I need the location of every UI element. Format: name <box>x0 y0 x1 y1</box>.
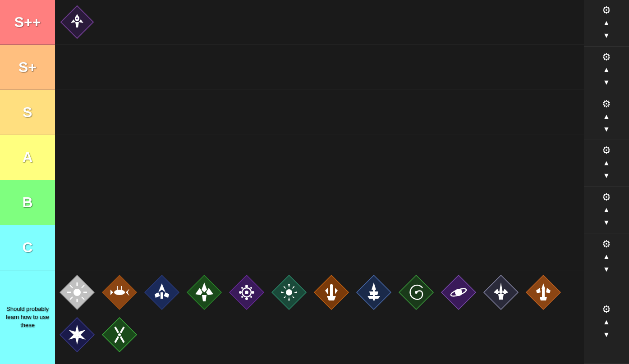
gear-button-b[interactable]: ⚙ <box>598 191 615 204</box>
down-button-sp[interactable]: ▼ <box>598 76 615 89</box>
svg-marker-64 <box>367 296 380 299</box>
svg-point-44 <box>250 296 252 298</box>
row-ctrl-c: ⚙ ▲ ▼ <box>584 233 629 280</box>
up-button-spp[interactable]: ▲ <box>598 17 615 29</box>
svg-point-43 <box>241 296 243 298</box>
row-ctrl-unranked: ⚙ ▲ ▼ <box>584 280 629 364</box>
controls-column: ⚙ ▲ ▼ ⚙ ▲ ▼ ⚙ ▲ ▼ ⚙ ▲ <box>584 0 629 364</box>
tier-label-sp: S+ <box>0 45 55 90</box>
svg-point-19 <box>114 290 125 295</box>
down-button-spp[interactable]: ▼ <box>598 29 615 42</box>
row-ctrl-s: ⚙ ▲ ▼ <box>584 93 629 140</box>
svg-point-37 <box>245 285 248 287</box>
unranked-icon-11[interactable] <box>481 272 521 313</box>
svg-marker-63 <box>369 291 378 295</box>
svg-point-42 <box>250 287 252 289</box>
tier-content-unranked[interactable] <box>55 270 584 364</box>
row-ctrl-a: ⚙ ▲ ▼ <box>584 140 629 187</box>
svg-marker-80 <box>540 297 547 300</box>
svg-point-7 <box>77 18 78 19</box>
down-button-a[interactable]: ▼ <box>598 169 615 182</box>
tier-content-spp[interactable] <box>55 0 584 45</box>
tier-label-s: S <box>0 90 55 135</box>
tier-content-b[interactable] <box>55 180 584 225</box>
svg-point-46 <box>286 289 292 296</box>
svg-point-88 <box>75 333 79 337</box>
unranked-icon-3[interactable] <box>142 272 182 313</box>
gear-button-s[interactable]: ⚙ <box>598 98 615 110</box>
down-button-s[interactable]: ▼ <box>598 123 615 136</box>
unranked-icon-1[interactable] <box>57 272 97 313</box>
tier-row-s: S <box>0 90 584 135</box>
unranked-icon-8[interactable] <box>354 272 394 313</box>
svg-rect-56 <box>330 284 333 297</box>
down-button-c[interactable]: ▼ <box>598 263 615 276</box>
tier-row-c: C <box>0 225 584 270</box>
gear-button-spp[interactable]: ⚙ <box>598 4 615 17</box>
tier-label-c: C <box>0 225 55 270</box>
unranked-icon-6[interactable] <box>269 272 309 313</box>
up-button-b[interactable]: ▲ <box>598 204 615 216</box>
tier-label-b: B <box>0 180 55 225</box>
svg-rect-79 <box>542 289 545 297</box>
tier-row-b: B <box>0 180 584 225</box>
unranked-icon-9[interactable] <box>396 272 436 313</box>
tier-row-spp: S++ <box>0 0 584 45</box>
down-button-unranked[interactable]: ▼ <box>598 328 615 341</box>
gear-button-a[interactable]: ⚙ <box>598 144 615 157</box>
svg-marker-74 <box>498 294 504 300</box>
tier-content-a[interactable] <box>55 135 584 180</box>
unranked-icon-5[interactable] <box>226 272 267 313</box>
unranked-icon-4[interactable] <box>184 272 225 313</box>
up-button-unranked[interactable]: ▲ <box>598 316 615 328</box>
svg-point-40 <box>252 291 254 294</box>
unranked-icon-14[interactable] <box>99 314 140 355</box>
svg-point-41 <box>241 287 243 289</box>
up-button-s[interactable]: ▲ <box>598 110 615 123</box>
svg-point-39 <box>239 291 242 294</box>
svg-point-38 <box>245 297 248 300</box>
row-ctrl-sp: ⚙ ▲ ▼ <box>584 47 629 94</box>
svg-rect-28 <box>161 292 163 299</box>
unranked-icon-2[interactable] <box>99 272 140 313</box>
tier-row-a: A <box>0 135 584 180</box>
up-button-sp[interactable]: ▲ <box>598 64 615 76</box>
row-ctrl-spp: ⚙ ▲ ▼ <box>584 0 629 47</box>
tier-content-c[interactable] <box>55 225 584 270</box>
gear-button-sp[interactable]: ⚙ <box>598 51 615 64</box>
tier-row-unranked: Should probably learn how to use these <box>0 270 584 364</box>
tier-content-sp[interactable] <box>55 45 584 90</box>
unranked-icon-13[interactable] <box>57 314 97 355</box>
up-button-a[interactable]: ▲ <box>598 157 615 169</box>
tier-row-sp: S+ <box>0 45 584 90</box>
up-button-c[interactable]: ▲ <box>598 250 615 263</box>
tier-label-a: A <box>0 135 55 180</box>
unranked-icon-10[interactable] <box>438 272 479 313</box>
svg-point-9 <box>73 289 81 296</box>
row-ctrl-b: ⚙ ▲ ▼ <box>584 187 629 234</box>
svg-point-93 <box>118 333 121 336</box>
gear-button-unranked[interactable]: ⚙ <box>598 303 615 316</box>
unranked-icon-7[interactable] <box>311 272 352 313</box>
unranked-icon-12[interactable] <box>523 272 564 313</box>
tier-list: S++ <box>0 0 584 364</box>
tier-content-s[interactable] <box>55 90 584 135</box>
icon-warframe-spp[interactable] <box>57 2 97 42</box>
svg-point-36 <box>245 291 248 294</box>
down-button-b[interactable]: ▼ <box>598 216 615 229</box>
tier-label-spp: S++ <box>0 0 55 45</box>
svg-point-66 <box>415 291 418 294</box>
tier-label-unranked: Should probably learn how to use these <box>0 270 55 364</box>
gear-button-c[interactable]: ⚙ <box>598 238 615 250</box>
